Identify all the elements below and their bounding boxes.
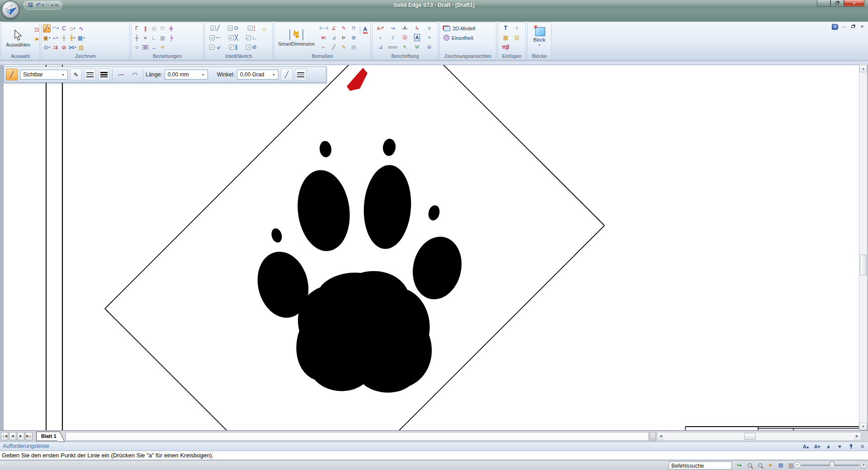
help-icon[interactable]: ?: [832, 24, 838, 30]
lock-relation[interactable]: ⊓: [159, 24, 166, 33]
claw-mid-left[interactable]: [270, 227, 283, 244]
bolt-hole-circle[interactable]: ⊚: [423, 43, 435, 51]
dimension-painter[interactable]: ✎: [339, 43, 349, 51]
rigid-set-relation[interactable]: ▦: [159, 34, 166, 42]
detail-view-button[interactable]: Einzelheit: [442, 34, 494, 41]
horizontal-vertical-relation[interactable]: ↔: [150, 43, 158, 52]
zoom-slider-track[interactable]: [802, 465, 859, 466]
intellisketch-intersection[interactable]: ✓ ╳: [224, 33, 242, 42]
hatch-tool[interactable]: ▨: [77, 43, 85, 52]
last-sheet-button[interactable]: ▶❘: [25, 432, 33, 441]
lock-dimension[interactable]: ╪: [167, 24, 175, 33]
block-dropdown-icon[interactable]: ▾: [538, 43, 540, 47]
reference-frame[interactable]: -A-: [399, 24, 411, 32]
dimension-axis[interactable]: ⊿: [329, 33, 339, 42]
detail-magnifier[interactable]: ⌕: [374, 33, 387, 42]
insert-image[interactable]: ▦: [500, 33, 511, 42]
insert-hyperlink[interactable]: ♁: [511, 24, 523, 32]
pattern-tool[interactable]: ▦▾: [77, 34, 85, 42]
equal-relation[interactable]: =: [142, 34, 149, 42]
offset-tool[interactable]: ⇉: [52, 43, 59, 52]
symmetric-relation[interactable]: ƎE: [142, 43, 149, 52]
datum-frame[interactable]: ↝: [387, 24, 399, 32]
surface-finish[interactable]: √: [387, 33, 399, 42]
block-button[interactable]: Block: [533, 37, 546, 42]
vertical-scrollbar[interactable]: ▲ ▼: [859, 65, 867, 442]
checkbox[interactable]: ✓: [228, 26, 233, 31]
concentric-relation[interactable]: ◎: [150, 24, 158, 33]
scrollbar-splitter[interactable]: [650, 432, 656, 441]
red-brush-mark[interactable]: [347, 68, 368, 91]
move-tool[interactable]: ╋▾: [69, 34, 76, 42]
doc-minimize-button[interactable]: —: [841, 24, 847, 29]
zoom-in-button[interactable]: +: [860, 462, 867, 469]
smartdimension-button[interactable]: ↯ SmartDimension: [275, 24, 317, 52]
trim-tool[interactable]: ⊘: [60, 43, 68, 52]
line-segment-button[interactable]: ∙─: [115, 69, 127, 80]
line-color-button[interactable]: ✎: [70, 69, 82, 80]
pan-sheet-icon[interactable]: ▥: [788, 462, 794, 469]
perpendicular-relation[interactable]: ∟: [150, 34, 158, 42]
checkbox[interactable]: ✓: [248, 26, 253, 31]
intellisketch-options-icon[interactable]: ☼: [260, 25, 268, 33]
parallel-relation[interactable]: ∥: [142, 24, 149, 33]
claw-right[interactable]: [427, 204, 441, 222]
vertical-scroll-thumb[interactable]: [860, 254, 867, 275]
line-style-button[interactable]: [84, 69, 96, 80]
scroll-down-button[interactable]: ▼: [859, 423, 867, 430]
arc-tool[interactable]: ◠▾: [52, 24, 59, 33]
angle-between[interactable]: ∠: [329, 24, 339, 32]
text-box[interactable]: A: [411, 33, 423, 42]
sketch-wand-icon[interactable]: ✦: [767, 462, 774, 469]
undo-dropdown-icon[interactable]: ▾: [42, 3, 44, 7]
font-decrease-icon[interactable]: A▾: [813, 442, 821, 451]
feature-control-frame[interactable]: ▭▭: [387, 43, 399, 51]
scroll-left-button[interactable]: ◀: [657, 432, 665, 440]
sheet-edge-bottom-left[interactable]: [105, 309, 313, 430]
first-sheet-button[interactable]: ❘◀: [1, 432, 8, 441]
intellisketch-point[interactable]: ✓ ¦: [242, 24, 260, 32]
sheet-tab-blatt1[interactable]: Blatt 1: [36, 432, 58, 441]
tangent-relation[interactable]: ○: [133, 43, 141, 52]
next-sheet-button[interactable]: ▶: [17, 432, 24, 441]
close-button[interactable]: ✕: [844, 0, 864, 7]
zoom-icon[interactable]: [757, 462, 763, 469]
datum-target[interactable]: ⊿: [374, 43, 387, 51]
contour-tool[interactable]: ⌂▾: [69, 24, 76, 33]
select-button[interactable]: Auswählen: [3, 24, 33, 52]
select-fence-icon[interactable]: ⚑: [33, 36, 41, 44]
arc-segment-button[interactable]: ◠: [129, 69, 141, 80]
insert-symbol[interactable]: πβ: [500, 43, 511, 51]
maintain-relation[interactable]: ✳: [159, 43, 166, 52]
connector[interactable]: ↳: [411, 24, 423, 32]
intellisketch-tangent[interactable]: ✓ ⊘: [242, 43, 260, 51]
intellisketch-parallel[interactable]: ✓ ∥: [224, 43, 242, 51]
curve-tool[interactable]: C: [60, 24, 68, 33]
doc-close-button[interactable]: ✕: [859, 24, 865, 29]
claw-top-right[interactable]: [382, 138, 396, 157]
checkbox[interactable]: ✓: [210, 35, 215, 40]
paw-main-pad[interactable]: [296, 271, 432, 393]
line-command-button[interactable]: ╱: [6, 69, 18, 80]
horizontal-scroll-thumb[interactable]: [744, 433, 756, 440]
line-tool[interactable]: ╱▾: [43, 24, 51, 33]
circle-tool[interactable]: ⊙▾: [43, 43, 51, 52]
dimension-edit[interactable]: ✎: [339, 24, 349, 32]
model-2d-button[interactable]: 2D-Modell: [442, 25, 494, 32]
line-width-button[interactable]: [98, 69, 110, 80]
layer-select[interactable]: Sichtbar ▼: [20, 70, 68, 80]
doc-restore-button[interactable]: [850, 24, 856, 29]
copy-dimension[interactable]: ⊞: [349, 33, 359, 42]
checkbox[interactable]: ✓: [211, 26, 216, 31]
select-options-icon[interactable]: ⊡: [33, 26, 41, 34]
spline-tool[interactable]: ∿: [77, 24, 85, 33]
dimension-style-icon[interactable]: A: [360, 26, 368, 34]
balloon[interactable]: Ⓐ: [399, 33, 411, 42]
font-increase-icon[interactable]: A▴: [802, 442, 810, 451]
intellisketch-midpoint[interactable]: ✓ ∙↙: [206, 43, 224, 51]
angle-input[interactable]: 0,00 Grad ▼: [237, 70, 278, 80]
application-button[interactable]: [1, 0, 19, 19]
customize-qat-icon[interactable]: ≡▾: [54, 3, 58, 7]
checkbox[interactable]: ✓: [229, 45, 234, 50]
pin-icon[interactable]: [847, 442, 855, 451]
